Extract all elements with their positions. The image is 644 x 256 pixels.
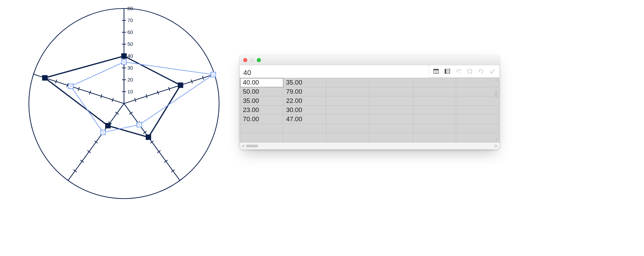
grid-cell[interactable] bbox=[456, 78, 499, 87]
grid-cell[interactable] bbox=[456, 133, 499, 142]
swap-xy-button[interactable]: xy bbox=[453, 66, 464, 76]
first-row-labels-icon bbox=[433, 68, 439, 75]
svg-rect-78 bbox=[468, 70, 472, 73]
grid-cell[interactable] bbox=[413, 96, 456, 106]
axis-tick-label: 70 bbox=[127, 17, 133, 23]
grid-cell[interactable] bbox=[413, 87, 456, 96]
svg-rect-48 bbox=[178, 83, 183, 88]
grid-cell[interactable] bbox=[413, 124, 456, 133]
grid-cell[interactable]: 50.00 bbox=[240, 87, 283, 96]
grid-cell[interactable] bbox=[326, 78, 370, 87]
grid-cell[interactable] bbox=[456, 96, 499, 106]
scroll-left-icon[interactable]: < bbox=[242, 143, 245, 149]
grid-cell[interactable]: 22.00 bbox=[283, 96, 326, 106]
undo-button[interactable] bbox=[476, 66, 486, 76]
grid-cell[interactable] bbox=[456, 115, 499, 124]
close-icon[interactable] bbox=[243, 58, 247, 62]
grid-cell[interactable] bbox=[283, 133, 326, 142]
svg-line-22 bbox=[143, 131, 147, 133]
svg-line-34 bbox=[80, 160, 84, 162]
grid-cell[interactable] bbox=[456, 106, 499, 115]
svg-line-25 bbox=[164, 160, 168, 162]
grid-cell[interactable] bbox=[413, 115, 456, 124]
toolbar-buttons: xy bbox=[429, 65, 499, 77]
grid-cell[interactable] bbox=[240, 133, 283, 142]
grid-cell[interactable] bbox=[456, 124, 499, 133]
svg-line-35 bbox=[73, 170, 77, 172]
undo-icon bbox=[478, 68, 484, 75]
scroll-thumb[interactable] bbox=[495, 91, 498, 98]
svg-line-33 bbox=[87, 150, 91, 153]
grid-cell[interactable] bbox=[326, 106, 370, 115]
grid-cell[interactable] bbox=[413, 78, 456, 87]
grid-cell[interactable] bbox=[326, 87, 370, 96]
grid-cell[interactable] bbox=[283, 124, 326, 133]
svg-line-27 bbox=[178, 179, 182, 182]
grid-cell[interactable] bbox=[326, 124, 370, 133]
grid-cell[interactable] bbox=[326, 115, 370, 124]
svg-line-36 bbox=[67, 179, 70, 182]
window-titlebar[interactable] bbox=[240, 55, 499, 65]
first-row-labels-button[interactable] bbox=[431, 66, 441, 76]
scroll-up-icon[interactable]: ⌃ bbox=[495, 79, 498, 84]
crop-range-icon bbox=[467, 68, 473, 75]
first-col-labels-icon bbox=[444, 68, 450, 75]
axis-tick-label: 60 bbox=[127, 29, 133, 35]
vertical-scrollbar[interactable]: ⌃ ⌄ bbox=[494, 78, 499, 142]
grid-cell[interactable] bbox=[326, 96, 370, 106]
data-toolbar: xy bbox=[240, 65, 499, 78]
svg-rect-50 bbox=[106, 123, 110, 128]
grid-cell[interactable]: 47.00 bbox=[283, 115, 326, 124]
grid-cell[interactable] bbox=[370, 133, 413, 142]
svg-rect-51 bbox=[42, 75, 47, 80]
svg-text:y: y bbox=[459, 71, 461, 74]
grid-cell[interactable]: 79.00 bbox=[283, 87, 326, 96]
svg-marker-46 bbox=[45, 56, 180, 137]
zoom-icon[interactable] bbox=[257, 58, 261, 62]
svg-rect-73 bbox=[445, 69, 446, 74]
scroll-thumb-h[interactable] bbox=[246, 145, 258, 147]
grid-cell[interactable]: 35.00 bbox=[240, 96, 283, 106]
axis-tick-label: 20 bbox=[127, 77, 133, 83]
scroll-down-icon[interactable]: ⌄ bbox=[495, 136, 498, 141]
grid-cell[interactable] bbox=[413, 106, 456, 115]
axis-tick-label: 80 bbox=[127, 5, 133, 11]
svg-line-20 bbox=[129, 112, 133, 114]
crop-range-button[interactable] bbox=[465, 66, 475, 76]
check-icon bbox=[489, 68, 495, 75]
grid-cell[interactable] bbox=[370, 78, 413, 87]
grid-cell[interactable]: 35.00 bbox=[283, 78, 326, 87]
svg-marker-52 bbox=[71, 62, 213, 132]
grid-cell[interactable] bbox=[370, 115, 413, 124]
horizontal-scrollbar[interactable]: < > bbox=[240, 142, 499, 149]
svg-rect-69 bbox=[434, 69, 439, 70]
chart-data-window: xy 40.0035.0050.0079.0035.0022.0023.0030… bbox=[240, 55, 499, 149]
grid-cell[interactable]: 70.00 bbox=[240, 115, 283, 124]
grid-cell[interactable] bbox=[326, 133, 370, 142]
confirm-button[interactable] bbox=[487, 66, 497, 76]
grid-cell[interactable]: 23.00 bbox=[240, 106, 283, 115]
grid-cell[interactable]: 40.00 bbox=[240, 78, 283, 87]
grid-cell[interactable]: 30.00 bbox=[283, 106, 326, 115]
svg-line-29 bbox=[115, 112, 119, 114]
radar-chart[interactable]: 1020304050607080 bbox=[20, 0, 228, 207]
first-col-labels-button[interactable] bbox=[442, 66, 452, 76]
grid-cell[interactable] bbox=[240, 124, 283, 133]
grid-cell[interactable] bbox=[370, 96, 413, 106]
minimize-icon bbox=[250, 58, 254, 62]
grid-cell[interactable] bbox=[413, 133, 456, 142]
grid-cell[interactable] bbox=[370, 106, 413, 115]
axis-tick-label: 30 bbox=[127, 65, 133, 71]
svg-rect-47 bbox=[122, 54, 126, 58]
svg-line-26 bbox=[171, 170, 175, 172]
swap-xy-icon: xy bbox=[455, 68, 462, 75]
grid-cell[interactable] bbox=[370, 87, 413, 96]
svg-line-23 bbox=[150, 141, 154, 143]
svg-line-32 bbox=[94, 141, 98, 143]
axis-tick-label: 10 bbox=[127, 89, 133, 94]
data-grid[interactable]: 40.0035.0050.0079.0035.0022.0023.0030.00… bbox=[240, 78, 499, 142]
scroll-right-icon[interactable]: > bbox=[495, 143, 497, 149]
grid-cell[interactable] bbox=[370, 124, 413, 133]
grid-cell[interactable] bbox=[456, 87, 499, 96]
cell-editor-input[interactable] bbox=[240, 65, 429, 79]
